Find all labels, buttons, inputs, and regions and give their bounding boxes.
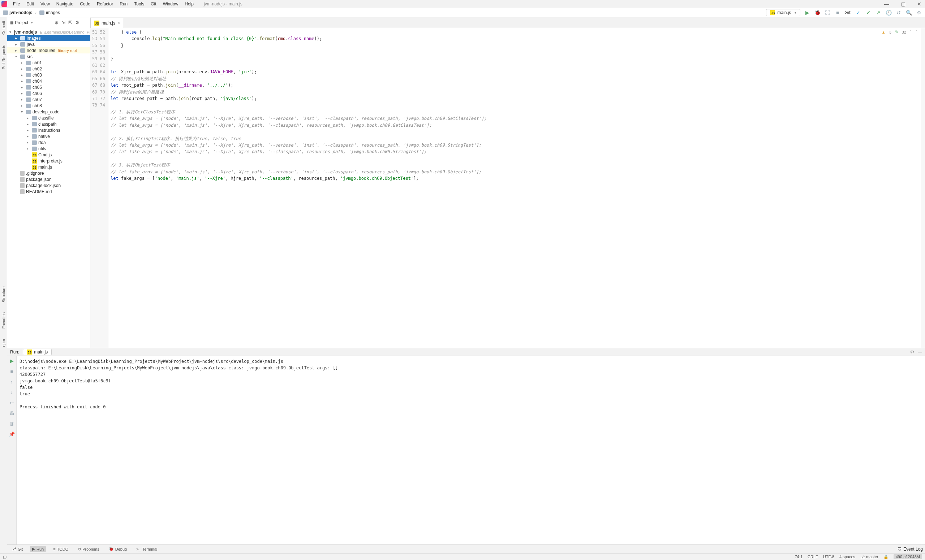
settings-icon[interactable]: ⚙ xyxy=(910,350,914,354)
chevron-icon[interactable]: ▸ xyxy=(21,98,24,101)
event-log-button[interactable]: 🗨 Event Log xyxy=(898,546,923,552)
clear-all-button[interactable]: 🗑 xyxy=(9,421,14,426)
settings-icon[interactable]: ⚙ xyxy=(916,9,922,16)
chevron-icon[interactable]: ▸ xyxy=(27,116,30,120)
code-editor[interactable]: } else { console.log("Main method not fo… xyxy=(108,28,925,348)
chevron-icon[interactable]: ▸ xyxy=(27,140,30,144)
chevron-icon[interactable]: ▾ xyxy=(15,54,19,59)
tree-row[interactable]: ▾jvm-nodejsE:\LearningDisk\Learning_Pro… xyxy=(7,29,90,35)
stop-button[interactable]: ■ xyxy=(834,9,841,16)
lock-icon[interactable]: 🔒 xyxy=(883,555,889,559)
tree-row[interactable]: JSInterpreter.js xyxy=(7,158,90,164)
menu-run[interactable]: Run xyxy=(117,1,130,7)
file-encoding[interactable]: UTF-8 xyxy=(823,555,834,559)
expand-all-icon[interactable]: ⇲ xyxy=(62,20,65,25)
tree-row[interactable]: ▸ch05 xyxy=(7,84,90,90)
tree-row[interactable]: ▸ch08 xyxy=(7,102,90,109)
menu-code[interactable]: Code xyxy=(77,1,93,7)
chevron-icon[interactable]: ▸ xyxy=(27,134,30,138)
project-tree[interactable]: ▾jvm-nodejsE:\LearningDisk\Learning_Pro…… xyxy=(7,28,90,348)
chevron-icon[interactable]: ▸ xyxy=(21,104,24,108)
chevron-icon[interactable]: ▾ xyxy=(9,30,11,34)
hide-icon[interactable]: — xyxy=(918,350,922,354)
run-config-chip[interactable]: JS main.js xyxy=(23,349,52,355)
tree-row[interactable]: ▾develop_code xyxy=(7,109,90,115)
inspection-widget[interactable]: ▲3 ✎32 ˄ ˅ xyxy=(881,30,918,34)
tree-row[interactable]: ▸classpath xyxy=(7,121,90,127)
chevron-icon[interactable]: ▸ xyxy=(21,85,24,89)
chevron-up-icon[interactable]: ˄ xyxy=(910,30,912,34)
menu-refactor[interactable]: Refactor xyxy=(94,1,116,7)
rail-favorites[interactable]: Favorites xyxy=(2,311,6,330)
tree-row[interactable]: ▸ch01 xyxy=(7,60,90,66)
chevron-icon[interactable]: ▸ xyxy=(27,128,30,132)
chevron-icon[interactable]: ▸ xyxy=(21,79,24,83)
chevron-icon[interactable]: ▸ xyxy=(27,122,30,126)
tree-row[interactable]: .gitignore xyxy=(7,170,90,176)
chevron-icon[interactable]: ▸ xyxy=(27,147,30,150)
chevron-icon[interactable]: ▸ xyxy=(15,36,19,40)
debug-button[interactable]: 🐞 xyxy=(814,9,821,16)
tree-row[interactable]: ▸ch06 xyxy=(7,90,90,96)
chevron-down-icon[interactable]: ˅ xyxy=(916,30,918,34)
status-icon[interactable]: ▢ xyxy=(3,555,6,559)
close-tab-icon[interactable]: × xyxy=(118,21,120,26)
select-opened-file-icon[interactable]: ⊕ xyxy=(54,20,59,25)
rail-npm[interactable]: npm xyxy=(2,338,6,348)
collapse-all-icon[interactable]: ⇱ xyxy=(68,20,72,25)
git-commit-button[interactable]: ✔ xyxy=(865,9,872,16)
minimize-button[interactable]: — xyxy=(882,1,891,7)
tree-row[interactable]: JSmain.js xyxy=(7,164,90,170)
tree-row[interactable]: ▸java xyxy=(7,41,90,47)
run-button[interactable]: ▶ xyxy=(804,9,811,16)
bottom-tab-terminal[interactable]: >_Terminal xyxy=(134,546,159,552)
tree-row[interactable]: ▸images xyxy=(7,35,90,41)
chevron-icon[interactable]: ▸ xyxy=(21,92,24,95)
hide-icon[interactable]: — xyxy=(82,20,87,25)
bottom-tab-debug[interactable]: 🐞Debug xyxy=(107,546,129,552)
menu-view[interactable]: View xyxy=(38,1,53,7)
project-view-selector[interactable]: ▦ Project xyxy=(10,20,33,25)
pin-button[interactable]: 📌 xyxy=(9,431,15,437)
caret-position[interactable]: 74:1 xyxy=(795,555,803,559)
chevron-icon[interactable]: ▸ xyxy=(21,67,24,71)
chevron-icon[interactable]: ▾ xyxy=(21,110,24,114)
tree-row[interactable]: ▸utils xyxy=(7,146,90,152)
rerun-button[interactable]: ▶ xyxy=(10,358,14,363)
bottom-tab-todo[interactable]: ≡TODO xyxy=(51,546,71,552)
menu-file[interactable]: File xyxy=(10,1,23,7)
git-rollback-button[interactable]: ↺ xyxy=(895,9,902,16)
tree-row[interactable]: ▸ch04 xyxy=(7,78,90,84)
menu-tools[interactable]: Tools xyxy=(131,1,147,7)
tree-row[interactable]: JSCmd.js xyxy=(7,152,90,158)
chevron-icon[interactable]: ▸ xyxy=(21,61,24,65)
line-separator[interactable]: CRLF xyxy=(807,555,818,559)
indent-setting[interactable]: 4 spaces xyxy=(839,555,855,559)
rail-pull-requests[interactable]: Pull Requests xyxy=(2,44,6,71)
tree-row[interactable]: ▾src xyxy=(7,53,90,60)
print-button[interactable]: 🖶 xyxy=(9,410,14,416)
tree-row[interactable]: ▸node_moduleslibrary root xyxy=(7,47,90,53)
git-branch[interactable]: ⎇ master xyxy=(860,555,878,559)
bottom-tab-git[interactable]: ⎇Git xyxy=(9,546,25,552)
menu-window[interactable]: Window xyxy=(160,1,181,7)
tree-row[interactable]: package-lock.json xyxy=(7,182,90,188)
coverage-button[interactable]: ⛶ xyxy=(824,9,831,16)
menu-help[interactable]: Help xyxy=(182,1,197,7)
menu-git[interactable]: Git xyxy=(148,1,159,7)
memory-indicator[interactable]: 490 of 2048M xyxy=(893,554,922,559)
editor-tab[interactable]: JSmain.js× xyxy=(90,18,124,28)
tree-row[interactable]: ▸classfile xyxy=(7,115,90,121)
scroll-top-button[interactable]: ↑ xyxy=(11,379,13,384)
chevron-icon[interactable]: ▸ xyxy=(21,73,24,77)
editor-scrollbar[interactable] xyxy=(920,28,925,348)
menu-edit[interactable]: Edit xyxy=(24,1,37,7)
tree-row[interactable]: package.json xyxy=(7,176,90,182)
line-gutter[interactable]: 51 52 53 54 55 56 57 58 59 60 61 62 63 6… xyxy=(90,28,108,348)
chevron-icon[interactable]: ▸ xyxy=(15,48,19,53)
git-push-button[interactable]: ↗ xyxy=(875,9,881,16)
tree-row[interactable]: README.md xyxy=(7,188,90,195)
tree-row[interactable]: ▸ch02 xyxy=(7,66,90,72)
git-update-button[interactable]: ✓ xyxy=(855,9,862,16)
stop-button[interactable]: ■ xyxy=(11,369,14,374)
